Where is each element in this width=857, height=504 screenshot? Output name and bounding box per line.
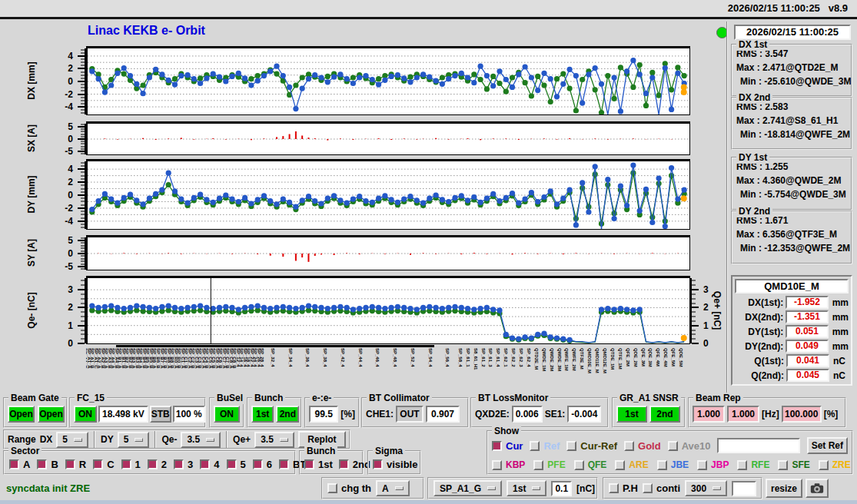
sector-4-toggle[interactable]: 4 xyxy=(200,459,219,470)
checkbox[interactable] xyxy=(9,459,19,469)
range-dx-select[interactable]: 5 xyxy=(56,432,88,448)
show-jbe-toggle[interactable]: JBE xyxy=(657,459,689,470)
titlebar-clock: 2026/02/15 11:00:25 xyxy=(728,2,820,14)
sector-b-toggle[interactable]: B xyxy=(37,459,58,470)
show-rfe-toggle[interactable]: RFE xyxy=(737,459,769,470)
group-title: Bunch xyxy=(304,446,337,457)
stats-title: DX 1st xyxy=(736,39,769,51)
checkbox[interactable] xyxy=(566,441,576,451)
checkbox[interactable] xyxy=(327,483,337,493)
show-pfe-toggle[interactable]: PFE xyxy=(533,459,565,470)
show-are-toggle[interactable]: ARE xyxy=(615,459,648,470)
checkbox[interactable] xyxy=(339,459,349,469)
checkbox[interactable] xyxy=(530,441,540,451)
checkbox[interactable] xyxy=(668,441,678,451)
show-kbp-toggle[interactable]: KBP xyxy=(492,459,525,470)
checkbox[interactable] xyxy=(533,460,543,470)
show-cur-ref-toggle[interactable]: Cur-Ref xyxy=(566,440,617,452)
checkbox[interactable] xyxy=(121,459,131,469)
checkbox[interactable] xyxy=(148,459,158,469)
checkbox[interactable] xyxy=(574,460,584,470)
busel-on-button[interactable]: ON xyxy=(214,406,240,423)
checkbox[interactable] xyxy=(253,459,263,469)
qmd-row-value: -1.952 xyxy=(786,296,828,309)
qe-plus-axis-title: Qe+ [nC] xyxy=(710,276,724,344)
gr-1st-button[interactable]: 1st xyxy=(616,406,647,423)
ref-file-input[interactable] xyxy=(717,438,799,453)
sector-2-toggle[interactable]: 2 xyxy=(148,459,167,470)
sector-5-toggle[interactable]: 5 xyxy=(227,459,246,470)
bunch-2nd-toggle[interactable]: 2nd xyxy=(339,459,370,470)
count-select[interactable]: 300 xyxy=(685,480,727,496)
chg-th-select[interactable]: A xyxy=(376,480,410,496)
show-gold-toggle[interactable]: Gold xyxy=(624,440,661,452)
qmd-row-value: 0.045 xyxy=(786,369,829,382)
checkbox[interactable] xyxy=(65,459,75,469)
bunch-1st-button[interactable]: 1st xyxy=(251,406,274,423)
sector-c-toggle[interactable]: C xyxy=(93,459,114,470)
sector-a-toggle[interactable]: A xyxy=(9,459,30,470)
show-jbp-toggle[interactable]: JBP xyxy=(697,459,729,470)
group-title: Bunch xyxy=(252,393,285,404)
checkbox[interactable] xyxy=(304,459,314,469)
qmd-row-unit: mm xyxy=(832,327,849,337)
checkbox[interactable] xyxy=(778,460,788,470)
checkbox[interactable] xyxy=(657,460,667,470)
checkbox[interactable] xyxy=(174,459,184,469)
checkbox[interactable] xyxy=(227,459,237,469)
range-dy-select[interactable]: 5 xyxy=(118,432,150,448)
checkbox[interactable] xyxy=(643,483,653,493)
ph-toggle[interactable]: P.H xyxy=(609,482,638,494)
checkbox[interactable] xyxy=(609,483,619,493)
sp-bunch-select[interactable]: 1st xyxy=(507,480,546,496)
bunch-1st-toggle[interactable]: 1st xyxy=(304,459,333,470)
checkbox[interactable] xyxy=(279,459,289,469)
sector-6-toggle[interactable]: 6 xyxy=(253,459,272,470)
beam-gate-1-button[interactable]: Open xyxy=(8,406,35,423)
conti-toggle[interactable]: conti xyxy=(643,482,680,494)
divider xyxy=(154,431,156,448)
beam-gate-2-button[interactable]: Open xyxy=(38,406,65,423)
screenshot-button[interactable] xyxy=(806,479,829,498)
checkbox[interactable] xyxy=(93,459,103,469)
sp-monitor-select[interactable]: SP_A1_G xyxy=(433,480,502,496)
show-ref-toggle[interactable]: Ref xyxy=(530,440,560,452)
checkbox[interactable] xyxy=(737,460,747,470)
extra-input[interactable] xyxy=(732,481,756,496)
divider xyxy=(0,17,857,19)
bunch-2nd-button[interactable]: 2nd xyxy=(276,406,299,423)
checkbox[interactable] xyxy=(624,441,634,451)
checkbox[interactable] xyxy=(373,459,383,469)
checkbox[interactable] xyxy=(615,460,625,470)
dropdown-indicator xyxy=(135,438,143,442)
qmd-row-value: -1.351 xyxy=(786,310,828,323)
checkbox[interactable] xyxy=(492,460,502,470)
show-zre-toggle[interactable]: ZRE xyxy=(819,459,851,470)
show-qfe-toggle[interactable]: QFE xyxy=(574,459,607,470)
dropdown-indicator xyxy=(280,438,288,442)
show-ave10-toggle[interactable]: Ave10 xyxy=(668,440,711,452)
sector-r-toggle[interactable]: R xyxy=(65,459,86,470)
sector-1-toggle[interactable]: 1 xyxy=(121,459,141,470)
show-sfe-toggle[interactable]: SFE xyxy=(778,459,809,470)
chg-th-toggle[interactable]: chg th xyxy=(327,482,371,494)
threshold-input[interactable]: 0.1 xyxy=(551,481,572,496)
range-qem-select[interactable]: 3.5 xyxy=(181,432,221,448)
sigma-visible-toggle[interactable]: visible xyxy=(373,459,417,470)
checkbox[interactable] xyxy=(819,460,829,470)
sector-3-toggle[interactable]: 3 xyxy=(174,459,193,470)
gr-2nd-button[interactable]: 2nd xyxy=(649,406,680,423)
checkbox[interactable] xyxy=(200,459,210,469)
max-line: Max : 2.471@QTD2E_M xyxy=(736,62,851,73)
checkbox[interactable] xyxy=(37,459,47,469)
set-ref-button[interactable]: Set Ref xyxy=(807,437,848,454)
group-title: FC_15 xyxy=(75,393,107,404)
fc15-on-button[interactable]: ON xyxy=(74,406,97,423)
resize-button[interactable]: resize xyxy=(766,479,802,498)
fc15-stb-button[interactable]: STB xyxy=(150,406,171,423)
checkbox[interactable] xyxy=(697,460,707,470)
range-qep-select[interactable]: 3.5 xyxy=(254,432,294,448)
show-cur-toggle[interactable]: Cur xyxy=(492,440,523,452)
checkbox[interactable] xyxy=(492,441,502,451)
fc15-group: FC_15 ON18.498 kVSTB100 % xyxy=(69,397,206,428)
